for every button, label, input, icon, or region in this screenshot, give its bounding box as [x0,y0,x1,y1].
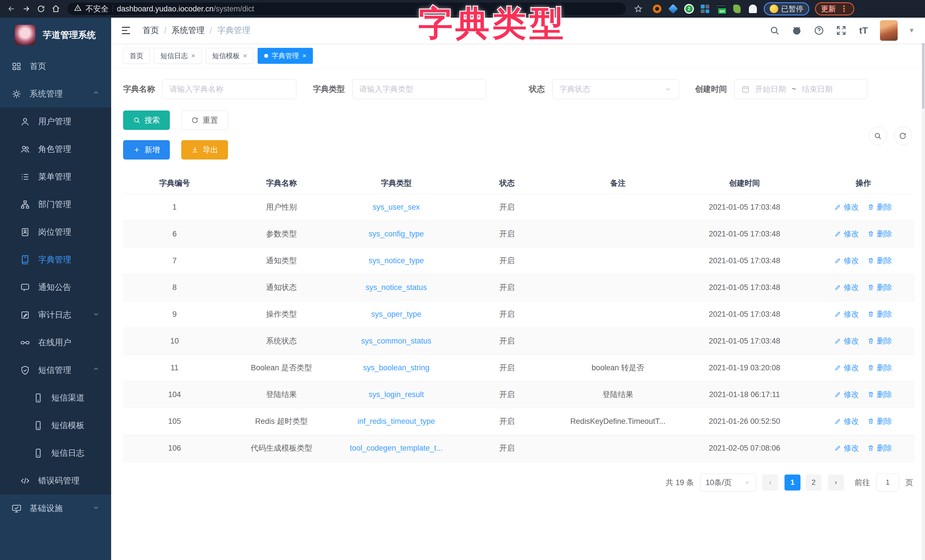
close-icon[interactable]: × [302,52,306,60]
page-button-1[interactable]: 1 [785,474,800,491]
dict-type-link[interactable]: sys_boolean_string [363,363,429,372]
dict-type-link[interactable]: sys_oper_type [371,310,422,318]
user-avatar[interactable] [880,20,898,41]
tab-短信日志[interactable]: 短信日志× [154,48,202,64]
date-range-picker[interactable]: 开始日期 ~ 结束日期 [734,79,867,99]
sidebar-item-系统管理[interactable]: 系统管理 [0,80,111,108]
add-button[interactable]: 新增 [123,140,170,160]
dict-type-link[interactable]: sys_config_type [369,230,424,238]
help-icon[interactable] [813,25,825,36]
extension-leaf-icon[interactable] [732,4,742,14]
reset-button[interactable]: 重置 [181,110,228,130]
extension-orange-icon[interactable] [652,4,662,14]
font-size-icon[interactable]: tT [858,25,869,36]
delete-link[interactable]: 删除 [868,336,892,346]
goto-page-input[interactable]: 1 [876,474,899,491]
fullscreen-icon[interactable] [836,25,847,36]
sidebar-item-基础设施[interactable]: 基础设施 [0,494,111,522]
export-button[interactable]: 导出 [181,140,228,160]
browser-menu-icon[interactable]: ⋮ [840,6,848,11]
sidebar-item-短信模板[interactable]: 短信模板 [0,412,111,439]
sidebar-item-用户管理[interactable]: 用户管理 [0,108,111,135]
cell-status: 开启 [456,381,559,408]
sidebar-item-在线用户[interactable]: 在线用户 [0,329,111,356]
edit-link[interactable]: 修改 [835,282,859,292]
dict-name-input[interactable]: 请输入字典名称 [163,79,296,99]
refresh-table-button[interactable] [894,127,912,145]
tab-字典管理[interactable]: 字典管理× [258,48,313,64]
sidebar-item-通知公告[interactable]: 通知公告 [0,274,111,301]
page-size-select[interactable]: 10条/页 [700,474,756,491]
edit-link[interactable]: 修改 [835,443,859,453]
dict-type-link[interactable]: inf_redis_timeout_type [358,417,435,426]
sidebar-item-首页[interactable]: 首页 [0,53,111,80]
search-button[interactable]: 搜索 [123,110,170,130]
breadcrumb-home[interactable]: 首页 [143,25,159,36]
cell-id: 9 [123,301,226,328]
delete-link[interactable]: 删除 [868,389,892,400]
prev-page-button[interactable]: ‹ [762,474,778,491]
extension-switch-icon[interactable]: on [716,4,726,14]
bookmark-star-icon[interactable] [632,3,645,15]
sidebar-item-岗位管理[interactable]: 岗位管理 [0,218,111,246]
edit-link[interactable]: 修改 [835,309,859,319]
edit-link[interactable]: 修改 [835,416,859,426]
next-page-button[interactable]: › [828,474,844,491]
page-button-2[interactable]: 2 [806,474,821,491]
dict-type-link[interactable]: tool_codegen_template_t... [350,444,443,452]
window-scrollbar[interactable] [922,18,925,560]
breadcrumb-system[interactable]: 系统管理 [172,25,205,36]
dict-type-link[interactable]: sys_common_status [361,337,431,345]
profile-paused-chip[interactable]: 已暂停 [764,2,809,15]
address-bar[interactable]: 不安全 dashboard.yudao.iocoder.cn/system/di… [67,3,626,15]
sidebar-item-短信日志[interactable]: 短信日志 [0,439,111,467]
dict-type-link[interactable]: sys_login_result [369,390,424,399]
status-select[interactable]: 字典状态 [552,79,679,99]
dict-type-input[interactable]: 请输入字典类型 [352,79,486,99]
chrome-update-button[interactable]: 更新 ⋮ [815,2,854,15]
delete-link[interactable]: 删除 [868,363,892,373]
sidebar-item-部门管理[interactable]: 部门管理 [0,191,111,218]
app-logo-row[interactable]: 芋道管理系统 [0,18,111,53]
browser-forward-icon[interactable] [20,3,33,15]
delete-link[interactable]: 删除 [868,443,892,453]
extension-green-count-icon[interactable]: 2 [684,4,694,14]
edit-link[interactable]: 修改 [835,229,859,239]
extension-gem-icon[interactable] [668,4,678,14]
edit-link[interactable]: 修改 [835,202,859,212]
sidebar-item-角色管理[interactable]: 角色管理 [0,135,111,163]
edit-link[interactable]: 修改 [835,256,859,266]
delete-link[interactable]: 删除 [868,202,892,212]
extension-grid-icon[interactable] [700,4,710,14]
delete-link[interactable]: 删除 [868,309,892,319]
delete-link[interactable]: 删除 [868,229,892,239]
browser-back-icon[interactable] [5,3,18,15]
sidebar-item-审计日志[interactable]: 审计日志 [0,301,111,329]
collapse-sidebar-icon[interactable] [120,24,132,37]
browser-home-icon[interactable] [50,3,62,15]
edit-link[interactable]: 修改 [835,363,859,373]
dict-type-link[interactable]: sys_notice_type [369,256,424,265]
browser-reload-icon[interactable] [35,3,47,15]
delete-link[interactable]: 删除 [868,256,892,266]
delete-link[interactable]: 删除 [868,416,892,426]
sidebar-item-短信渠道[interactable]: 短信渠道 [0,384,111,412]
edit-link[interactable]: 修改 [835,389,859,400]
toggle-search-button[interactable] [869,127,887,145]
github-icon[interactable] [791,25,803,36]
header-search-icon[interactable] [769,25,780,36]
edit-link[interactable]: 修改 [835,336,859,346]
close-icon[interactable]: × [191,52,195,60]
sidebar-item-菜单管理[interactable]: 菜单管理 [0,163,111,191]
extension-ghost-icon[interactable] [748,4,758,14]
dict-type-link[interactable]: sys_user_sex [373,203,420,211]
sidebar-item-短信管理[interactable]: 短信管理 [0,356,111,384]
user-menu-caret-icon[interactable]: ▼ [908,27,915,34]
sidebar-item-字典管理[interactable]: 字典管理 [0,246,111,274]
sidebar-item-错误码管理[interactable]: 错误码管理 [0,467,111,494]
delete-link[interactable]: 删除 [868,282,892,292]
tab-首页[interactable]: 首页 [123,48,150,64]
close-icon[interactable]: × [243,52,247,60]
dict-type-link[interactable]: sys_notice_status [366,283,427,292]
tab-短信模板[interactable]: 短信模板× [206,48,254,64]
